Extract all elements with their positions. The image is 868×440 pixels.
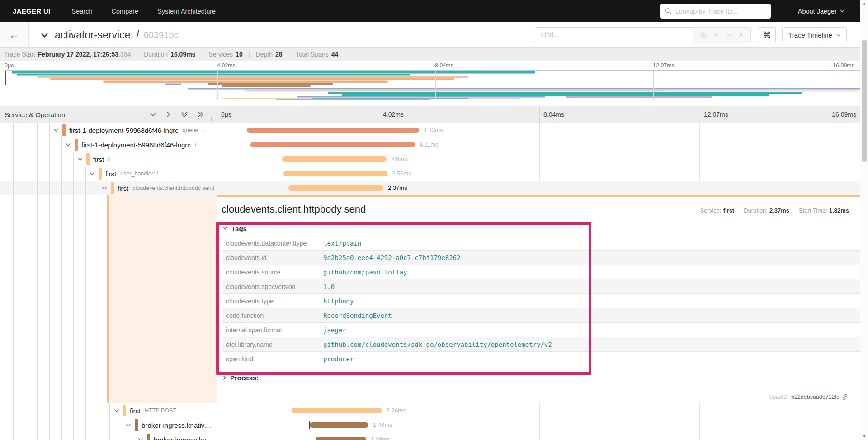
span-timeline-cell[interactable]: 2.26ms [217,403,860,418]
span-timeline-cell[interactable]: 4.33ms [217,123,860,137]
span-duration-label: 4.11ms [420,141,439,148]
tag-row[interactable]: code.functionRecordSendingEvent [222,308,860,323]
time-column-header: 12.07ms 16.09ms [700,106,860,123]
back-button[interactable]: ← [0,22,29,47]
chevron-down-icon [836,33,841,37]
chevron-down-icon[interactable] [77,157,83,161]
search-icon [665,8,672,14]
span-duration-label: 1.28ms [371,436,390,440]
scroll-down-arrow[interactable]: ▼ [860,434,868,439]
span-color-bar [147,434,150,440]
span-duration-label: 4.33ms [424,127,443,133]
chevron-down-icon[interactable] [138,438,143,440]
span-color-bar [123,405,126,416]
stat-total-spans: Total Spans 44 [296,51,339,58]
next-result-icon[interactable] [726,33,732,37]
nav-item-compare[interactable]: Compare [112,8,139,15]
link-icon[interactable] [842,394,848,400]
span-timeline-cell[interactable]: 4.11ms [217,137,860,152]
trace-view-selector[interactable]: Trace Timeline [782,27,847,43]
chevron-down-icon[interactable] [90,172,95,176]
span-timeline-cell[interactable]: 1.28ms [217,432,860,440]
trace-id-search-box[interactable]: Lookup by Trace ID... [660,4,771,19]
collapse-one-icon[interactable] [150,112,156,117]
span-detail-indent-band [0,195,217,403]
tag-row[interactable]: cloudevents.typehttpbody [222,294,860,308]
chevron-down-icon [223,227,228,230]
chevron-down-icon [840,9,844,13]
tag-row[interactable]: cloudevents.datacontenttypetext/plain [222,236,860,251]
about-jaeger-menu[interactable]: About Jaeger [798,8,844,15]
span-timeline-cell[interactable]: 2.6ms [217,152,860,166]
span-timeline-cell[interactable]: 1.46ms [217,418,860,432]
span-row-selected[interactable]: firstcloudevents.client.httpbody send 2.… [0,181,860,195]
trace-id: 00391bc [144,30,179,40]
tag-row[interactable]: cloudevents.id9a2b25a0-eee4-4292-a0c7-c7… [222,251,860,265]
span-duration-label: 2.37ms [388,185,407,191]
span-row[interactable]: firstHTTP POST 2.26ms [0,403,860,418]
tags-section: Tags cloudevents.datacontenttypetext/pla… [222,221,860,366]
stat-services: Services 10 [208,51,242,58]
span-duration-bar [316,437,366,440]
app-brand[interactable]: JAEGER UI [13,7,51,15]
column-resize-grip[interactable] [211,117,213,121]
chevron-down-icon[interactable] [126,423,131,427]
stat-duration: Duration 16.09ms [144,51,195,58]
span-color-bar [86,153,90,165]
span-color-bar [111,182,114,194]
tag-row[interactable]: otel.library.namegithub.com/cloudevents/… [222,337,860,352]
span-row[interactable]: first/ 2.6ms [0,152,860,166]
vertical-scrollbar[interactable]: ▲ ▼ [860,0,868,440]
tag-row[interactable]: cloudevents.sourcegithub/com/pavolloffay [222,265,860,279]
trace-minimap[interactable] [5,70,863,100]
span-duration-label: 2.26ms [387,407,406,414]
chevron-down-icon[interactable] [53,128,59,132]
span-row[interactable]: first-1-deployment-59968d6f46-lngrcqueue… [0,123,860,137]
tags-table: cloudevents.datacontenttypetext/plain cl… [222,236,860,366]
find-input[interactable] [535,27,693,43]
back-arrow-icon: ← [9,29,20,40]
trace-collapse-chevron-icon[interactable] [41,33,48,38]
span-duration-bar [282,156,387,162]
tag-row[interactable]: cloudevents.specversion1.0 [222,279,860,294]
stat-trace-start: Trace Start February 17 2022, 17:26:53 .… [4,51,131,58]
span-color-bar [135,419,138,431]
trace-stats-bar: Trace Start February 17 2022, 17:26:53 .… [0,47,860,61]
stat-depth: Depth 28 [256,51,283,58]
focus-icon[interactable] [700,32,707,38]
collapse-all-icon[interactable] [181,111,188,118]
span-duration-bar [247,128,419,133]
span-row[interactable]: first-1-deployment-59968d6f46-lngrc/ 4.1… [0,137,860,152]
expand-one-icon[interactable] [166,111,171,118]
span-timeline-cell[interactable]: 2.56ms [217,166,860,181]
minimap-spans-graphic [5,71,863,100]
span-duration-label: 2.56ms [392,170,411,177]
span-row[interactable]: broker-ingress.kn… 1.28ms [0,432,860,440]
span-row[interactable]: firstuser_handler: / 2.56ms [0,166,860,181]
tag-row[interactable]: span.kindproducer [222,352,860,366]
axis-tick: 12.07ms [653,62,675,69]
nav-item-system-architecture[interactable]: System Architecture [157,8,216,15]
find-group [535,27,751,43]
span-row[interactable]: broker-ingress.knativ… 1.46ms [0,418,860,432]
keyboard-shortcuts-button[interactable]: ⌘ [758,27,776,43]
chevron-down-icon[interactable] [114,409,119,413]
expand-all-icon[interactable] [198,111,204,118]
time-column-header: 4.02ms [379,106,539,123]
chevron-down-icon[interactable] [66,143,71,147]
scrollbar-thumb[interactable] [862,40,867,162]
tag-row[interactable]: internal.span.formatjaeger [222,323,860,337]
prev-result-icon[interactable] [713,33,720,37]
chevron-down-icon[interactable] [102,186,107,190]
span-duration-label: 1.46ms [373,421,392,428]
scroll-up-arrow[interactable]: ▲ [860,1,868,6]
nav-item-search[interactable]: Search [72,8,93,15]
range-handle-left[interactable] [5,71,6,85]
chevron-right-icon [223,375,226,380]
detail-span-title: cloudevents.client.httpbody send [222,203,366,215]
minimap-time-axis: 0μs 4.02ms 8.04ms 12.07ms 16.09ms [0,61,860,70]
tags-section-header[interactable]: Tags [222,221,860,236]
process-section-header[interactable]: Process: [222,374,860,382]
clear-find-icon[interactable] [738,32,744,38]
span-timeline-cell[interactable]: 2.37ms [217,181,860,195]
